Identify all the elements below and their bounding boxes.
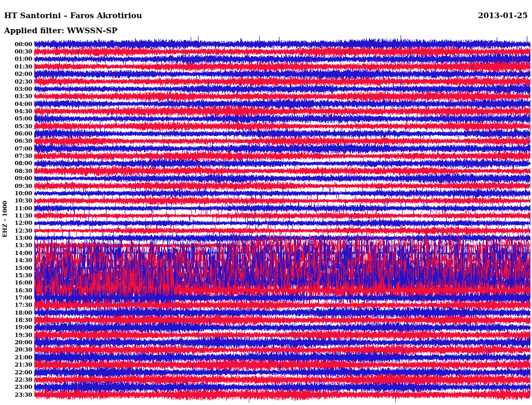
time-label: 05:30 [0,124,32,129]
time-label: 06:30 [0,138,32,144]
time-label: 22:00 [0,370,32,375]
applied-filter-label: Applied filter: WWSSN-SP [4,26,117,35]
time-label: 00:00 [0,42,32,47]
time-label: 11:00 [0,206,32,211]
time-label: 23:30 [0,392,32,398]
time-label: 17:30 [0,302,32,308]
time-label: 14:00 [0,250,32,256]
helicorder-page: HT Santorini – Faros Akrotiriou 2013-01-… [0,0,532,405]
time-label: 21:30 [0,362,32,368]
plot-date: 2013-01-25 [478,11,528,20]
time-label: 07:30 [0,153,32,159]
time-label: 23:00 [0,384,32,390]
time-label: 13:30 [0,242,32,248]
time-label: 03:00 [0,86,32,92]
time-label: 16:00 [0,280,32,286]
time-label: 01:00 [0,56,32,62]
time-label: 17:00 [0,295,32,301]
seismogram-traces-canvas [0,0,532,405]
time-label: 09:00 [0,176,32,181]
time-label: 00:30 [0,49,32,55]
time-label: 10:00 [0,191,32,196]
time-label: 18:00 [0,310,32,316]
time-label: 12:30 [0,228,32,234]
time-label: 08:30 [0,168,32,174]
time-label: 13:00 [0,235,32,241]
time-label: 14:30 [0,258,32,263]
time-label: 12:00 [0,220,32,226]
time-label: 09:30 [0,183,32,189]
time-label: 19:00 [0,325,32,330]
time-label: 01:30 [0,64,32,70]
time-label: 04:00 [0,101,32,107]
time-label: 05:00 [0,116,32,122]
time-label: 15:30 [0,273,32,278]
time-label: 22:30 [0,377,32,383]
time-label: 02:00 [0,71,32,77]
time-label: 04:30 [0,109,32,114]
time-label: 19:30 [0,332,32,338]
time-label: 08:00 [0,160,32,166]
time-label: 02:30 [0,79,32,85]
time-label: 10:30 [0,198,32,204]
channel-scale-label: EHZ – 1000 [2,198,10,240]
time-label: 03:30 [0,93,32,99]
time-label: 07:00 [0,146,32,152]
time-label: 20:30 [0,347,32,353]
station-title: HT Santorini – Faros Akrotiriou [4,11,142,20]
time-label: 15:00 [0,265,32,271]
time-label: 16:30 [0,288,32,293]
time-label: 18:30 [0,317,32,323]
time-label: 20:00 [0,340,32,345]
time-label: 06:00 [0,131,32,137]
time-label: 21:00 [0,355,32,360]
time-label: 11:30 [0,213,32,219]
